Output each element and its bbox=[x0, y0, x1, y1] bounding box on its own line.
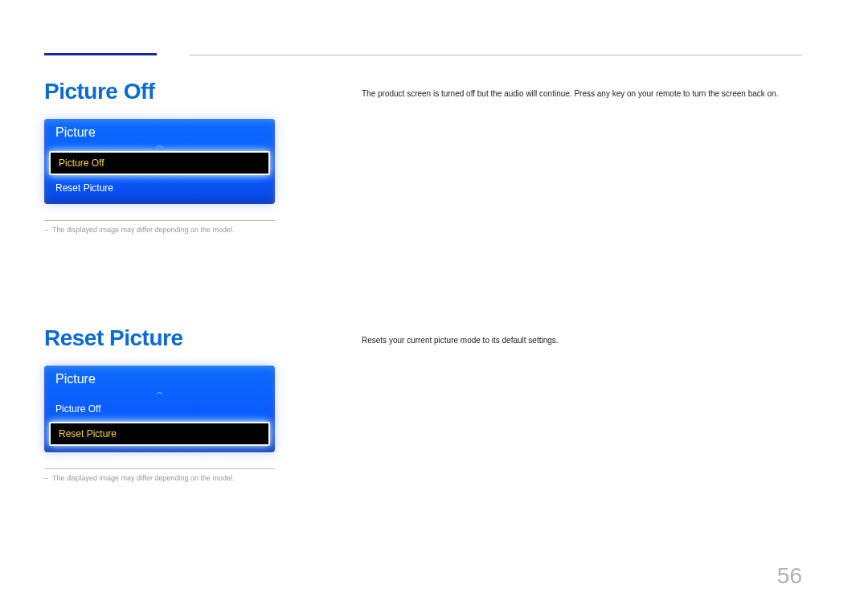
osd-menu-card: Picture ︿ Picture Off Reset Picture bbox=[44, 366, 275, 452]
osd-menu-item-reset-picture[interactable]: Reset Picture bbox=[44, 177, 275, 199]
footnote-block: The displayed image may differ depending… bbox=[44, 468, 275, 484]
section-body-text: Resets your current picture mode to its … bbox=[362, 335, 802, 346]
section-heading: Reset Picture bbox=[44, 325, 362, 351]
section-body-text: The product screen is turned off but the… bbox=[362, 88, 802, 100]
header-accent-bar bbox=[44, 53, 157, 55]
osd-menu-card: Picture ︿ Picture Off Reset Picture bbox=[44, 119, 275, 204]
section-picture-off: Picture Off Picture ︿ Picture Off Reset … bbox=[44, 79, 802, 235]
chevron-up-icon[interactable]: ︿ bbox=[44, 143, 275, 148]
osd-menu-item-reset-picture[interactable]: Reset Picture bbox=[49, 422, 270, 446]
section-body-column: Resets your current picture mode to its … bbox=[362, 325, 802, 346]
section-left-column: Reset Picture Picture ︿ Picture Off Rese… bbox=[44, 325, 362, 484]
footnote-text: The displayed image may differ depending… bbox=[44, 474, 275, 484]
section-left-column: Picture Off Picture ︿ Picture Off Reset … bbox=[44, 79, 362, 235]
section-reset-picture: Reset Picture Picture ︿ Picture Off Rese… bbox=[44, 325, 802, 484]
section-body-column: The product screen is turned off but the… bbox=[362, 79, 802, 100]
osd-menu-item-picture-off[interactable]: Picture Off bbox=[44, 398, 275, 420]
page-number: 56 bbox=[777, 563, 802, 589]
osd-menu-item-picture-off[interactable]: Picture Off bbox=[49, 151, 270, 175]
header-divider bbox=[189, 55, 802, 55]
chevron-up-icon[interactable]: ︿ bbox=[44, 390, 275, 394]
section-heading: Picture Off bbox=[44, 79, 362, 104]
footnote-block: The displayed image may differ depending… bbox=[44, 220, 275, 235]
footnote-divider bbox=[44, 220, 275, 221]
footnote-divider bbox=[44, 468, 275, 469]
footnote-text: The displayed image may differ depending… bbox=[44, 226, 275, 235]
